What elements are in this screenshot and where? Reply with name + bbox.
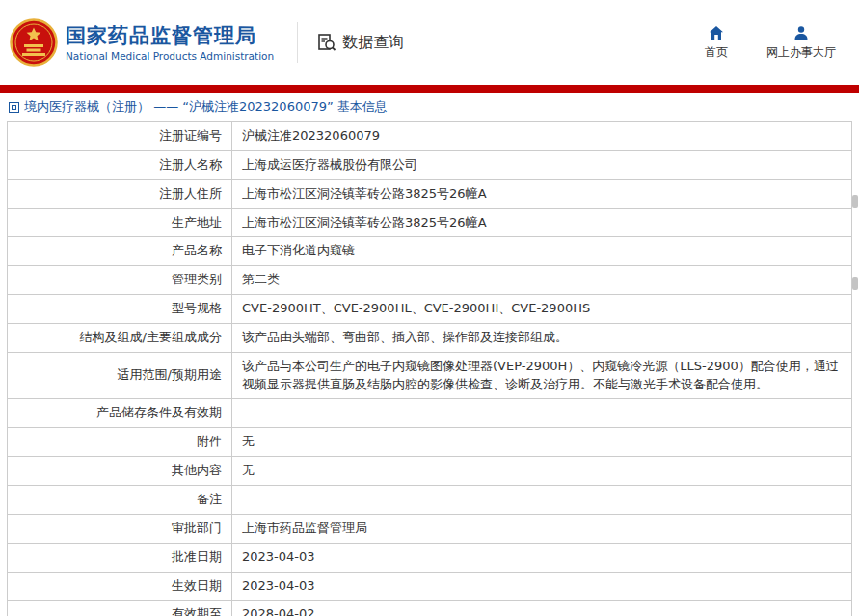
field-label: 其他内容 [8,457,232,486]
field-value: 该产品由头端部、弯曲部、插入部、操作部及连接部组成。 [232,323,852,352]
field-label: 附件 [8,428,232,457]
field-value [232,399,852,428]
nav-home[interactable]: 首页 [693,25,739,61]
field-label: 备注 [8,485,232,514]
field-value: 上海市松江区洞泾镇莘砖公路3825号26幢A [232,208,852,237]
agency-title: 国家药品监督管理局 National Medical Products Admi… [66,23,274,62]
breadcrumb: 境内医疗器械（注册） —— “沪械注准20232060079” 基本信息 [7,93,852,121]
page-header: 国家药品监督管理局 National Medical Products Admi… [0,0,859,85]
national-emblem-icon [10,18,58,67]
field-value: 该产品与本公司生产的电子内窥镜图像处理器(VEP-2900H）、内窥镜冷光源（L… [232,352,852,399]
home-icon [709,25,724,40]
table-row: 产品储存条件及有效期 [8,399,852,428]
field-label: 型号规格 [8,295,232,324]
table-row: 产品名称电子下消化道内窥镜 [8,237,852,266]
field-value: 2023-04-03 [232,543,852,572]
field-value: 沪械注准20232060079 [232,122,852,151]
field-label: 管理类别 [8,266,232,295]
field-label: 结构及组成/主要组成成分 [8,323,232,352]
field-value: 2023-04-03 [232,572,852,601]
field-label: 批准日期 [8,543,232,572]
field-label: 有效期至 [8,601,232,616]
field-value: 无 [232,428,852,457]
field-label: 注册人住所 [8,179,232,208]
field-value: 上海市药品监督管理局 [232,514,852,543]
data-query-label: 数据查询 [342,33,404,53]
table-row: 型号规格CVE-2900HT、CVE-2900HL、CVE-2900HI、CVE… [8,295,852,324]
section-icon [9,102,19,113]
registration-info-table: 注册证编号沪械注准20232060079注册人名称上海成运医疗器械股份有限公司注… [7,121,852,616]
table-row: 注册证编号沪械注准20232060079 [8,122,852,151]
field-value: 上海成运医疗器械股份有限公司 [232,150,852,179]
table-row: 生效日期2023-04-03 [8,572,852,601]
field-label: 注册证编号 [8,122,232,151]
data-query-icon [317,33,336,52]
header-nav: 首页 网上办事大厅 [693,25,836,61]
scrollbar-thumb[interactable] [852,277,858,290]
table-row: 结构及组成/主要组成成分该产品由头端部、弯曲部、插入部、操作部及连接部组成。 [8,323,852,352]
field-value [232,485,852,514]
scrollbar-thumb[interactable] [852,195,858,208]
table-row: 生产地址上海市松江区洞泾镇莘砖公路3825号26幢A [8,208,852,237]
table-row: 管理类别第二类 [8,266,852,295]
nav-home-label: 首页 [705,44,728,61]
field-value: 2028-04-02 [232,601,852,616]
field-label: 适用范围/预期用途 [8,352,232,399]
header-divider [297,22,298,63]
table-row: 有效期至2028-04-02 [8,601,852,616]
info-table-body: 注册证编号沪械注准20232060079注册人名称上海成运医疗器械股份有限公司注… [8,122,852,616]
field-value: 第二类 [232,266,852,295]
field-label: 审批部门 [8,514,232,543]
agency-name-cn: 国家药品监督管理局 [66,23,274,48]
agency-logo-block: 国家药品监督管理局 National Medical Products Admi… [10,18,274,67]
table-row: 审批部门上海市药品监督管理局 [8,514,852,543]
field-label: 生产地址 [8,208,232,237]
table-row: 注册人名称上海成运医疗器械股份有限公司 [8,150,852,179]
table-row: 备注 [8,485,852,514]
user-icon [793,25,809,40]
table-row: 附件无 [8,428,852,457]
nav-service-hall-label: 网上办事大厅 [766,44,836,61]
table-row: 批准日期2023-04-03 [8,543,852,572]
field-value: CVE-2900HT、CVE-2900HL、CVE-2900HI、CVE-290… [232,295,852,324]
field-label: 产品名称 [8,237,232,266]
table-row: 适用范围/预期用途该产品与本公司生产的电子内窥镜图像处理器(VEP-2900H）… [8,352,852,399]
field-label: 生效日期 [8,572,232,601]
field-label: 产品储存条件及有效期 [8,399,232,428]
breadcrumb-text: 境内医疗器械（注册） —— “沪械注准20232060079” 基本信息 [24,98,388,116]
nav-service-hall[interactable]: 网上办事大厅 [766,25,836,61]
field-label: 注册人名称 [8,150,232,179]
agency-name-en: National Medical Products Administration [66,50,274,62]
field-value: 电子下消化道内窥镜 [232,237,852,266]
field-value: 无 [232,457,852,486]
header-red-bar [0,85,859,93]
table-row: 注册人住所上海市松江区洞泾镇莘砖公路3825号26幢A [8,179,852,208]
main-content: 境内医疗器械（注册） —— “沪械注准20232060079” 基本信息 注册证… [0,93,859,616]
table-row: 其他内容无 [8,457,852,486]
field-value: 上海市松江区洞泾镇莘砖公路3825号26幢A [232,179,852,208]
data-query-section: 数据查询 [317,33,404,53]
